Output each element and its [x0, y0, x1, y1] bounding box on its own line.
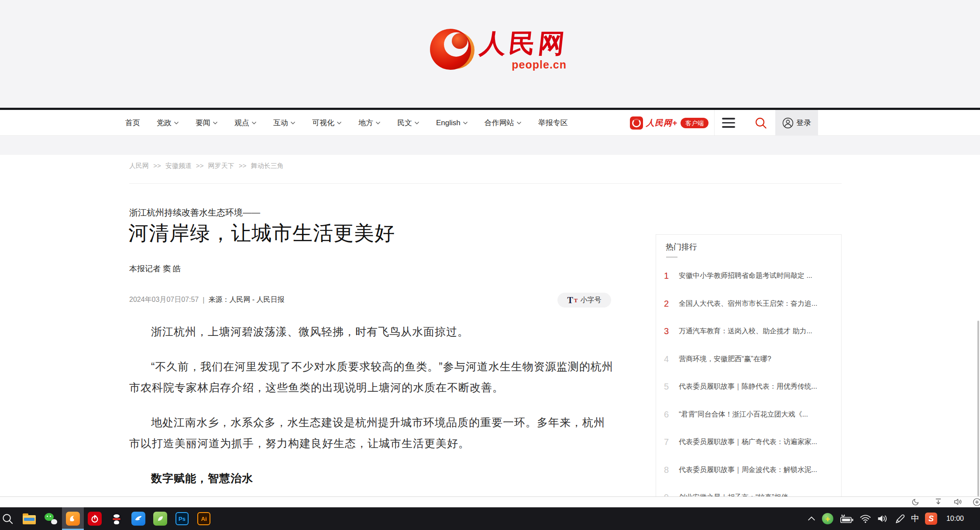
breadcrumb-link[interactable]: 网罗天下 — [208, 162, 234, 169]
hot-list-item[interactable]: 4营商环境，安徽肥西“赢”在哪? — [656, 345, 841, 373]
taskbar-green-app[interactable] — [149, 507, 171, 530]
chevron-down-icon — [516, 121, 522, 125]
chevron-down-icon — [290, 121, 296, 125]
breadcrumb-link[interactable]: 安徽频道 — [165, 162, 192, 169]
taskbar-netease-music[interactable] — [84, 507, 106, 530]
tray-overflow-chevron[interactable] — [807, 515, 816, 522]
taskbar-file-explorer[interactable] — [18, 507, 40, 530]
source-label: 来源： — [208, 295, 229, 304]
article-paragraph: “不久前，我们在河里发现了不少对水质要求较高的鱼类。”参与河道水生生物资源监测的… — [129, 356, 615, 398]
font-size-icon-small: T — [574, 297, 578, 303]
font-size-label: 小字号 — [581, 296, 602, 305]
taskbar-photoshop[interactable]: Ps — [171, 507, 193, 530]
taskbar-uc-browser-active[interactable] — [62, 507, 84, 530]
nav-item-english[interactable]: English — [436, 119, 468, 127]
hot-list-item[interactable]: 6“君霄”同台合体！浙江小百花立团大戏《... — [656, 401, 841, 429]
main-nav: 首页 党政 要闻 观点 互动 可视化 地方 民文 English 合作网站 举报… — [0, 110, 980, 136]
nav-label: English — [436, 119, 461, 127]
nav-item-party-gov[interactable]: 党政 — [157, 118, 179, 128]
hot-list-item[interactable]: 9创业安徽之星｜胡子京：“较真”相伴... — [656, 484, 841, 498]
screen: 人民网 people.cn 首页 党政 要闻 观点 互动 可视化 地方 民文 E… — [0, 0, 980, 530]
breadcrumb-separator: >> — [153, 162, 161, 169]
item-title: 全国人大代表、宿州市市长王启荣：奋力追... — [679, 299, 817, 308]
nav-item-interact[interactable]: 互动 — [273, 118, 296, 128]
article-author: 本报记者 窦 皓 — [129, 263, 181, 274]
article-meta: 2024年03月07日07:57 | 来源：人民网 - 人民日报 — [129, 295, 285, 304]
nav-right-cluster: 人民网+ 客户端 登录 — [630, 110, 818, 136]
login-button[interactable]: 登录 — [775, 110, 818, 136]
taskbar-blue-browser[interactable] — [127, 507, 149, 530]
security-app-tray-icon[interactable]: + — [822, 513, 833, 524]
site-logo[interactable]: 人民网 people.cn — [430, 28, 567, 72]
article-paragraph: 地处江南水乡，水系众多，水生态建设是杭州提升城市环境品质的重要一环。多年来，杭州… — [129, 412, 615, 454]
taskbar-wechat[interactable] — [40, 507, 62, 530]
nav-item-news[interactable]: 要闻 — [196, 118, 218, 128]
taskbar-illustrator[interactable]: Ai — [193, 507, 215, 530]
moon-icon — [911, 498, 920, 506]
rank-number: 5 — [664, 382, 675, 392]
content-top-divider — [129, 183, 842, 184]
expand-toolbar-button[interactable] — [973, 498, 980, 506]
hot-ranking-title: 热门排行 — [666, 242, 697, 252]
night-mode-button[interactable] — [911, 498, 920, 506]
hot-list-item[interactable]: 2全国人大代表、宿州市市长王启荣：奋力追... — [656, 290, 841, 318]
windows-taskbar: Ps Ai + 中 S 10:00 — [0, 507, 980, 530]
logo-wordmark: 人民网 — [478, 28, 569, 59]
article-subheading: 数字赋能，智慧治水 — [129, 468, 615, 489]
hot-ranking-underline — [666, 256, 677, 258]
page-scrollbar[interactable] — [977, 321, 979, 496]
download-button[interactable] — [934, 498, 942, 506]
nav-divider — [714, 110, 715, 136]
nav-item-minority-lang[interactable]: 民文 — [397, 118, 420, 128]
item-title: 代表委员履职故事｜陈静代表：用优秀传统... — [679, 382, 817, 391]
windows-ink-tray-icon[interactable] — [894, 513, 905, 524]
uc-browser-icon — [66, 512, 80, 526]
taskbar-search-button[interactable] — [0, 507, 18, 530]
wechat-icon — [45, 513, 58, 525]
read-aloud-button[interactable] — [953, 498, 963, 506]
hot-list-item[interactable]: 1安徽中小学教师招聘省命题考试时间敲定 ... — [656, 262, 841, 290]
ime-language-indicator[interactable]: 中 — [911, 513, 919, 524]
nav-item-partner-sites[interactable]: 合作网站 — [485, 118, 522, 128]
rank-number: 2 — [664, 299, 675, 309]
site-header: 人民网 people.cn — [0, 0, 980, 108]
hot-list-item[interactable]: 5代表委员履职故事｜陈静代表：用优秀传统... — [656, 373, 841, 401]
taskbar-clock[interactable]: 10:00 — [943, 515, 967, 523]
nav-label: 合作网站 — [485, 118, 514, 128]
user-icon — [782, 117, 794, 129]
hot-list-item[interactable]: 3万通汽车教育：送岗入校、助企揽才 助力... — [656, 318, 841, 345]
menu-button[interactable] — [722, 118, 735, 128]
font-size-button[interactable]: TT 小字号 — [557, 293, 611, 308]
sogou-input-tray-icon[interactable]: S — [925, 513, 937, 525]
wifi-tray-icon[interactable] — [860, 514, 871, 523]
nav-label: 可视化 — [312, 118, 334, 128]
nav-item-report-zone[interactable]: 举报专区 — [538, 118, 568, 128]
source-name[interactable]: 人民网 - 人民日报 — [229, 295, 284, 304]
nav-item-local[interactable]: 地方 — [358, 118, 381, 128]
meta-separator: | — [203, 296, 204, 304]
battery-tray-icon[interactable] — [839, 513, 854, 524]
nav-label: 党政 — [157, 118, 172, 128]
breadcrumb-link[interactable]: 舞动长三角 — [251, 162, 284, 169]
breadcrumb-link[interactable]: 人民网 — [129, 162, 149, 169]
nav-sub-band — [0, 136, 980, 155]
search-button[interactable] — [754, 116, 767, 130]
netease-music-icon — [88, 512, 102, 526]
item-title: 代表委员履职故事｜杨广奇代表：访遍家家... — [679, 438, 817, 447]
volume-tray-icon[interactable] — [877, 514, 889, 523]
people-app-icon — [630, 116, 643, 130]
item-title: 代表委员履职故事｜周金波代表：解锁水泥... — [679, 465, 817, 475]
people-app-badge[interactable]: 人民网+ 客户端 — [630, 116, 708, 130]
nav-item-home[interactable]: 首页 — [125, 118, 140, 128]
publish-date: 2024年03月07日07:57 — [129, 295, 199, 304]
hot-list-item[interactable]: 7代表委员履职故事｜杨广奇代表：访遍家家... — [656, 428, 841, 456]
nav-item-visualization[interactable]: 可视化 — [312, 118, 342, 128]
nav-item-opinion[interactable]: 观点 — [234, 118, 257, 128]
article-paragraph: 浙江杭州，上塘河碧波荡漾、微风轻拂，时有飞鸟从水面掠过。 — [129, 321, 615, 342]
taskbar-qq[interactable] — [106, 507, 127, 530]
item-title: 安徽中小学教师招聘省命题考试时间敲定 ... — [679, 271, 812, 280]
rank-number: 7 — [664, 437, 675, 447]
people-globe-icon — [430, 28, 475, 72]
rank-number: 8 — [664, 465, 675, 475]
hot-list-item[interactable]: 8代表委员履职故事｜周金波代表：解锁水泥... — [656, 456, 841, 484]
